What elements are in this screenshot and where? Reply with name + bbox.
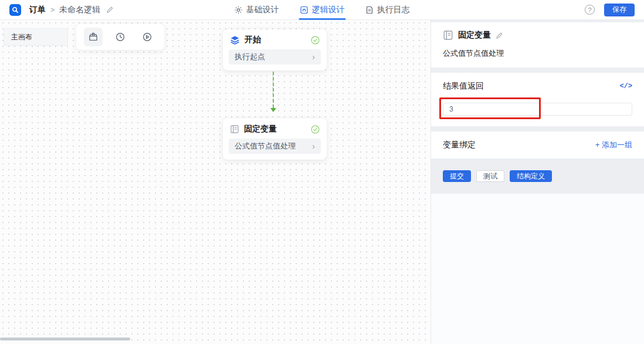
log-icon bbox=[366, 6, 374, 14]
notebook-icon bbox=[443, 30, 453, 41]
panel-subtitle: 公式值节点值处理 bbox=[443, 48, 632, 59]
variable-binding-card: 变量绑定 + 添加一组 bbox=[431, 131, 644, 158]
horizontal-scrollbar[interactable] bbox=[0, 338, 130, 340]
flow-connector bbox=[273, 72, 274, 113]
logic-design-icon bbox=[300, 6, 309, 14]
tab-label: 基础设计 bbox=[246, 5, 279, 15]
panel-title: 固定变量 bbox=[458, 30, 491, 41]
breadcrumb-separator: > bbox=[50, 6, 55, 14]
panel-empty-area bbox=[431, 194, 644, 344]
tab-basic-design[interactable]: 基础设计 bbox=[235, 0, 279, 20]
node-item-formula-value[interactable]: 公式值节点值处理 › bbox=[229, 139, 321, 154]
node-fixed-variable[interactable]: 固定变量 公式值节点值处理 › bbox=[223, 119, 327, 160]
node-item-execution-start[interactable]: 执行起点 › bbox=[229, 49, 321, 65]
design-tabs: 基础设计 逻辑设计 执行日志 bbox=[235, 0, 410, 20]
breadcrumb-current: 未命名逻辑 bbox=[59, 5, 100, 15]
edit-node-name-icon[interactable] bbox=[496, 32, 503, 39]
node-title: 开始 bbox=[245, 35, 306, 45]
main-canvas-tab[interactable]: 主画布 bbox=[4, 28, 68, 46]
node-start[interactable]: 开始 执行起点 › bbox=[223, 29, 327, 70]
brand: 订单 > 未命名逻辑 bbox=[9, 4, 114, 16]
tab-execution-log[interactable]: 执行日志 bbox=[366, 0, 410, 20]
code-icon[interactable]: </> bbox=[619, 82, 632, 90]
app-logo-icon[interactable] bbox=[9, 4, 21, 16]
result-value-card: 结果值返回 </> bbox=[431, 73, 644, 126]
canvas-toolbar bbox=[76, 24, 164, 50]
add-group-link[interactable]: + 添加一组 bbox=[595, 140, 632, 150]
node-item-label: 公式值节点值处理 bbox=[235, 141, 296, 151]
run-button[interactable] bbox=[138, 28, 157, 46]
node-title: 固定变量 bbox=[244, 124, 306, 134]
play-icon bbox=[142, 32, 152, 42]
check-circle-icon bbox=[311, 36, 320, 45]
binding-section-title: 变量绑定 bbox=[443, 140, 595, 150]
clock-icon bbox=[115, 32, 126, 42]
breadcrumb: 订单 > 未命名逻辑 bbox=[29, 5, 114, 15]
panel-gap bbox=[431, 68, 644, 73]
submit-button[interactable]: 提交 bbox=[443, 170, 471, 182]
chevron-right-icon: › bbox=[312, 52, 315, 62]
result-value-input[interactable] bbox=[443, 103, 632, 116]
chevron-right-icon: › bbox=[312, 141, 315, 151]
node-item-label: 执行起点 bbox=[235, 52, 265, 62]
result-section-title: 结果值返回 bbox=[443, 81, 619, 92]
save-button[interactable]: 保存 bbox=[604, 4, 635, 16]
package-button[interactable] bbox=[84, 28, 103, 46]
tab-label: 执行日志 bbox=[377, 5, 410, 15]
properties-panel: 固定变量 公式值节点值处理 结果值返回 </> 变量绑定 bbox=[431, 20, 644, 344]
gear-icon bbox=[235, 6, 243, 14]
panel-gap bbox=[431, 126, 644, 131]
edit-title-icon[interactable] bbox=[106, 6, 114, 14]
tab-logic-design[interactable]: 逻辑设计 bbox=[300, 0, 345, 20]
notebook-icon bbox=[230, 124, 239, 134]
connector-line bbox=[273, 72, 274, 108]
layers-icon bbox=[230, 35, 240, 45]
panel-actions: 提交 测试 结构定义 bbox=[431, 158, 644, 194]
tab-label: 逻辑设计 bbox=[312, 5, 345, 15]
check-circle-icon bbox=[311, 125, 320, 134]
test-button[interactable]: 测试 bbox=[476, 170, 504, 182]
structure-define-button[interactable]: 结构定义 bbox=[510, 170, 552, 182]
breadcrumb-root[interactable]: 订单 bbox=[29, 5, 46, 15]
history-button[interactable] bbox=[111, 28, 130, 46]
arrow-down-icon bbox=[270, 108, 276, 112]
package-icon bbox=[88, 32, 99, 42]
panel-header-card: 固定变量 公式值节点值处理 bbox=[431, 22, 644, 68]
help-icon[interactable]: ? bbox=[585, 5, 595, 15]
flow-canvas[interactable]: 主画布 bbox=[0, 20, 431, 344]
top-bar: 订单 > 未命名逻辑 bbox=[0, 0, 644, 20]
